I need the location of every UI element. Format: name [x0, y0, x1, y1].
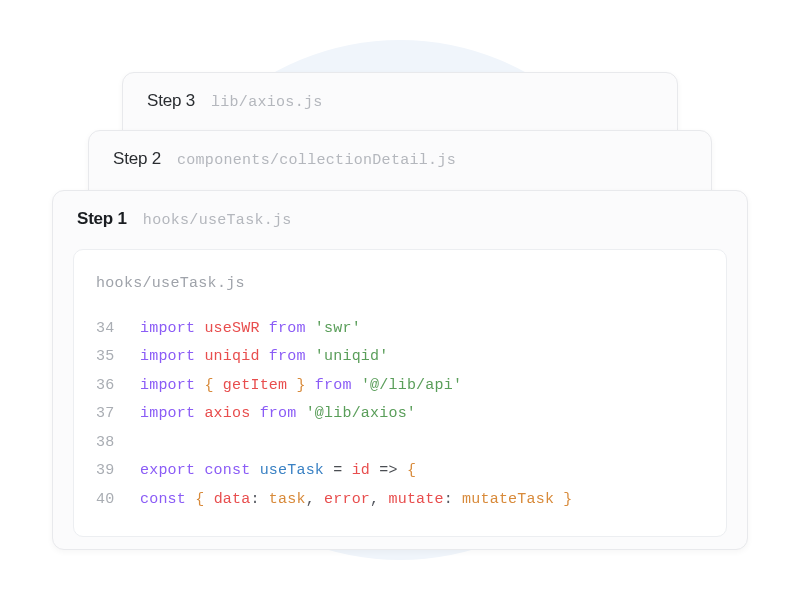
- code-line-34: 34 import useSWR from 'swr': [96, 315, 704, 344]
- code-line-37: 37 import axios from '@lib/axios': [96, 400, 704, 429]
- tok-ident: uniqid: [204, 343, 259, 372]
- tok-eq: =: [333, 457, 342, 486]
- line-number: 34: [96, 315, 140, 344]
- tok-const: const: [204, 457, 250, 486]
- tok-import: import: [140, 315, 195, 344]
- file-path-2: components/collectionDetail.js: [177, 152, 456, 169]
- tok-ident: useSWR: [204, 315, 259, 344]
- line-number: 36: [96, 372, 140, 401]
- line-number: 37: [96, 400, 140, 429]
- code-line-39: 39 export const useTask = id => {: [96, 457, 704, 486]
- tok-from: from: [269, 343, 306, 372]
- tok-string: 'swr': [315, 315, 361, 344]
- tok-key: data: [214, 486, 251, 515]
- tok-fn: useTask: [260, 457, 324, 486]
- line-number: 35: [96, 343, 140, 372]
- tok-import: import: [140, 372, 195, 401]
- tok-string: '@/lib/api': [361, 372, 462, 401]
- tok-brace: {: [407, 457, 416, 486]
- tok-from: from: [260, 400, 297, 429]
- code-line-38: 38: [96, 429, 704, 458]
- tok-const: const: [140, 486, 186, 515]
- tok-comma: ,: [370, 486, 388, 515]
- line-number: 38: [96, 429, 140, 458]
- tok-ident: getItem: [223, 372, 287, 401]
- tok-from: from: [269, 315, 306, 344]
- line-number: 39: [96, 457, 140, 486]
- tok-colon: :: [250, 486, 268, 515]
- tok-val: mutateTask: [462, 486, 554, 515]
- tok-string: '@lib/axios': [306, 400, 416, 429]
- code-line-36: 36 import { getItem } from '@/lib/api': [96, 372, 704, 401]
- tok-brace: }: [287, 372, 305, 401]
- tok-export: export: [140, 457, 195, 486]
- tok-key: mutate: [388, 486, 443, 515]
- tok-import: import: [140, 400, 195, 429]
- tok-param: id: [352, 457, 370, 486]
- tok-key: error: [324, 486, 370, 515]
- tok-brace: }: [554, 486, 572, 515]
- step-card-1: Step 1 hooks/useTask.js hooks/useTask.js…: [52, 190, 748, 550]
- file-path-1: hooks/useTask.js: [143, 212, 292, 229]
- line-number: 40: [96, 486, 140, 515]
- tok-brace: {: [204, 372, 222, 401]
- tok-import: import: [140, 343, 195, 372]
- step-label-2: Step 2: [113, 149, 161, 169]
- file-path-3: lib/axios.js: [211, 94, 323, 111]
- tok-arrow: =>: [379, 457, 397, 486]
- code-file-label: hooks/useTask.js: [96, 270, 704, 299]
- tok-brace: {: [195, 486, 213, 515]
- card-header-1: Step 1 hooks/useTask.js: [53, 191, 747, 243]
- tok-comma: ,: [306, 486, 324, 515]
- tok-string: 'uniqid': [315, 343, 389, 372]
- tok-colon: :: [444, 486, 462, 515]
- card-header-3: Step 3 lib/axios.js: [123, 73, 677, 125]
- code-line-40: 40 const { data: task, error, mutate: mu…: [96, 486, 704, 515]
- tok-ident: axios: [204, 400, 250, 429]
- step-label-1: Step 1: [77, 209, 127, 229]
- code-line-35: 35 import uniqid from 'uniqid': [96, 343, 704, 372]
- card-header-2: Step 2 components/collectionDetail.js: [89, 131, 711, 183]
- step-label-3: Step 3: [147, 91, 195, 111]
- tok-val: task: [269, 486, 306, 515]
- tok-from: from: [315, 372, 352, 401]
- code-panel: hooks/useTask.js 34 import useSWR from '…: [73, 249, 727, 537]
